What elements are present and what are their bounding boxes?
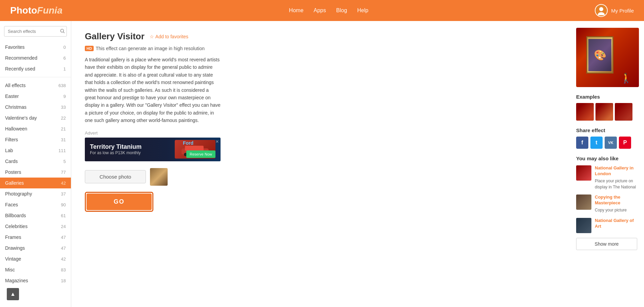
sidebar-item-all-effects[interactable]: All effects 638 [0, 80, 71, 91]
go-button-container: GO [85, 192, 153, 212]
sidebar-divider [0, 77, 71, 77]
sidebar-item-valentines[interactable]: Valentine's day 22 [0, 112, 71, 123]
share-row: f t VK P [576, 137, 637, 149]
sidebar-count: 5 [63, 159, 66, 164]
logo[interactable]: PhotoFunia [10, 5, 62, 16]
sidebar-count: 90 [61, 202, 66, 207]
sidebar-count: 22 [61, 116, 66, 121]
sidebar-count: 47 [61, 246, 66, 251]
sidebar-item-favorites[interactable]: Favorites 0 [0, 42, 71, 53]
ad-close-icon[interactable]: ✕ [215, 139, 219, 144]
twitter-icon: t [595, 140, 597, 146]
sidebar-item-lab[interactable]: Lab 111 [0, 145, 71, 156]
svg-rect-5 [185, 146, 204, 151]
sidebar-item-frames[interactable]: Frames 47 [0, 232, 71, 243]
sidebar-count: 21 [61, 126, 66, 131]
sidebar-item-posters[interactable]: Posters 77 [0, 167, 71, 178]
sidebar-count: 24 [61, 224, 66, 229]
effect-title: Gallery Visitor [85, 31, 145, 42]
example-thumb-2[interactable] [595, 103, 613, 121]
choose-photo-button[interactable]: Choose photo [85, 170, 146, 183]
profile-area[interactable]: My Profile [595, 4, 634, 17]
sidebar-item-vintage[interactable]: Vintage 42 [0, 253, 71, 264]
example-thumb-3[interactable] [615, 103, 632, 121]
examples-label: Examples [576, 94, 637, 100]
sidebar-item-cards[interactable]: Cards 5 [0, 156, 71, 167]
sidebar-item-photography[interactable]: Photography 37 [0, 188, 71, 199]
sidebar-count: 77 [61, 170, 66, 175]
main-content: Gallery Visitor ☆ Add to favorites HD Th… [71, 21, 569, 307]
sidebar-label: Photography [5, 191, 32, 197]
also-like-title-1[interactable]: National Gallery in London [595, 165, 637, 177]
sidebar-count: 0 [63, 45, 66, 50]
sidebar-item-misc[interactable]: Misc 83 [0, 264, 71, 275]
sidebar-count: 42 [61, 257, 66, 262]
hd-row: HD This effect can generate an image in … [85, 46, 556, 51]
sidebar-item-magazines[interactable]: Magazines 18 [0, 275, 71, 286]
go-button[interactable]: GO [87, 193, 152, 210]
chevron-up-icon: ▲ [10, 291, 16, 297]
scroll-to-top-button[interactable]: ▲ [7, 288, 19, 300]
share-facebook-button[interactable]: f [576, 137, 588, 149]
sidebar-label: Vintage [5, 256, 21, 262]
sidebar-label: Drawings [5, 245, 25, 251]
sidebar-count: 638 [58, 83, 66, 88]
share-vk-button[interactable]: VK [605, 137, 617, 149]
share-pinterest-button[interactable]: P [619, 137, 631, 149]
also-like-title-3[interactable]: National Gallery of Art [595, 218, 637, 229]
star-icon: ☆ [150, 34, 154, 39]
profile-label: My Profile [611, 8, 634, 14]
sidebar-item-christmas[interactable]: Christmas 33 [0, 102, 71, 112]
ad-reserve-button[interactable]: Reserve Now [186, 150, 215, 158]
hd-badge: HD [85, 46, 94, 51]
also-like-item-1: National Gallery in London Place your pi… [576, 165, 637, 190]
sidebar-count: 18 [61, 278, 66, 283]
share-label: Share effect [576, 127, 637, 133]
sidebar-item-recommended[interactable]: Recommended 6 [0, 53, 71, 63]
sidebar-label: Filters [5, 137, 18, 142]
sidebar-count: 6 [63, 56, 66, 61]
ad-brand: Territory Titanium [90, 143, 175, 150]
search-input[interactable] [4, 26, 67, 37]
share-twitter-button[interactable]: t [590, 137, 603, 149]
svg-point-1 [598, 12, 605, 15]
also-like-thumb-1 [576, 165, 591, 181]
nav-help[interactable]: Help [357, 7, 368, 14]
pinterest-icon: P [623, 140, 627, 146]
sidebar-label: Faces [5, 202, 18, 207]
also-like-info-2: Copying the Masterpiece Copy your pictur… [595, 195, 637, 213]
sidebar-item-filters[interactable]: Filters 31 [0, 134, 71, 145]
sidebar: Favorites 0 Recommended 6 Recently used … [0, 21, 71, 307]
also-like-thumb-2 [576, 195, 591, 210]
sidebar-label: Valentine's day [5, 115, 37, 121]
sidebar-item-easter[interactable]: Easter 9 [0, 91, 71, 102]
also-like-item-3: National Gallery of Art [576, 218, 637, 233]
sidebar-label: Billboards [5, 213, 26, 218]
nav-apps[interactable]: Apps [314, 7, 326, 14]
sidebar-item-celebrities[interactable]: Celebrities 24 [0, 221, 71, 232]
also-like-desc-2: Copy your picture [595, 208, 627, 212]
search-box [4, 26, 67, 37]
examples-row [576, 103, 637, 121]
sidebar-count: 42 [61, 181, 66, 186]
sidebar-item-faces[interactable]: Faces 90 [0, 199, 71, 210]
also-like-label: You may also like [576, 156, 637, 161]
sidebar-item-galleries[interactable]: Galleries 42 [0, 178, 71, 188]
sidebar-item-recently-used[interactable]: Recently used 1 [0, 63, 71, 74]
sidebar-item-halloween[interactable]: Halloween 21 [0, 123, 71, 134]
ad-text: Territory Titanium For as low as P13K mo… [90, 143, 175, 155]
sidebar-item-billboards[interactable]: Billboards 61 [0, 210, 71, 221]
nav-home[interactable]: Home [289, 7, 304, 14]
sidebar-label: Celebrities [5, 224, 27, 229]
sidebar-item-drawings[interactable]: Drawings 47 [0, 243, 71, 253]
sidebar-label: Frames [5, 234, 21, 240]
add-favorites-link[interactable]: ☆ Add to favorites [150, 34, 188, 39]
also-like-desc-1: Place your picture on display in The Nat… [595, 179, 636, 189]
also-like-title-2[interactable]: Copying the Masterpiece [595, 195, 637, 206]
search-button[interactable] [60, 28, 65, 34]
show-more-button[interactable]: Show more [576, 238, 637, 250]
sidebar-count: 111 [58, 148, 66, 153]
painting-frame: 🎨 [586, 36, 613, 74]
nav-blog[interactable]: Blog [336, 7, 347, 14]
example-thumb-1[interactable] [576, 103, 594, 121]
